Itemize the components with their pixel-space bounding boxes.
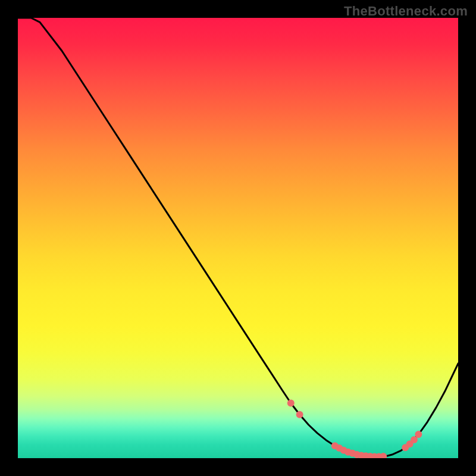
curve-marker: [287, 400, 295, 407]
plot-area: [18, 18, 458, 458]
curve-marker: [296, 411, 303, 418]
curve-marker: [415, 431, 422, 438]
chart-stage: TheBottleneck.com: [0, 0, 476, 476]
bottleneck-curve: [18, 18, 458, 456]
chart-svg: [18, 18, 458, 458]
watermark-text: TheBottleneck.com: [344, 4, 468, 19]
